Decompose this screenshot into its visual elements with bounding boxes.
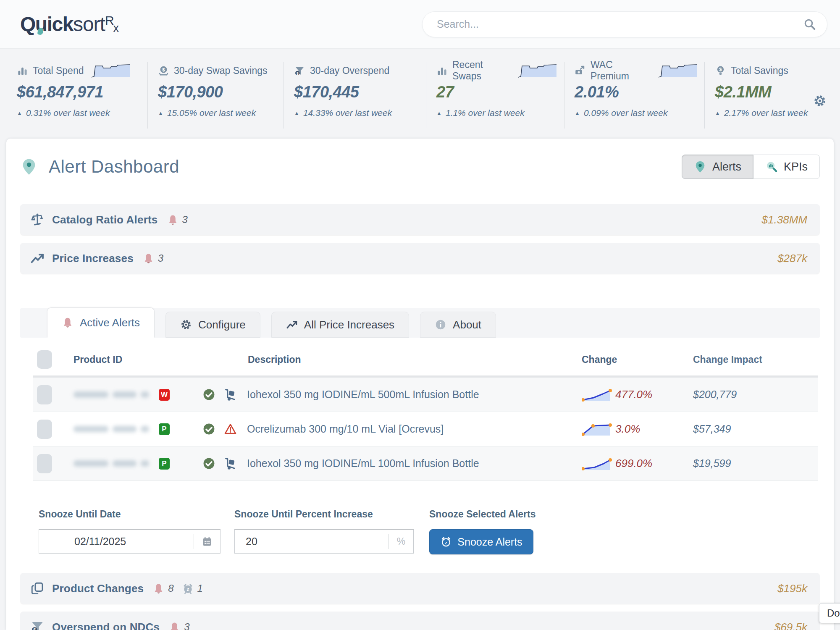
alert-group-amount: $287k [777,252,807,265]
settings-gear-icon[interactable] [813,94,827,108]
table-body: W Iohexol 350 mg IODINE/mL 500mL Infusio… [33,378,818,481]
search-bar[interactable] [422,11,827,37]
snooze-controls: Snooze Until Date 02/11/2025 Snooze Unti… [39,509,820,554]
quicksortrx-logo: QuicksortRx [20,13,119,36]
logo-rx-x: x [113,22,119,35]
check-circle-icon [202,388,215,401]
row-checkbox[interactable] [37,385,52,404]
kpi-value: 27 [436,83,557,101]
svg-text:$: $ [33,627,36,630]
table-row[interactable]: W Iohexol 350 mg IODINE/mL 500mL Infusio… [33,378,818,412]
bell-icon [153,583,164,594]
col-header-product-id: Product ID [74,354,202,365]
search-input[interactable] [437,18,803,30]
svg-text:z: z [445,540,447,545]
kpi-delta: ▲0.09% over last week [575,108,698,118]
col-header-description: Description [202,354,582,365]
snoozed-count: 1 [197,583,203,594]
map-pin-icon [694,160,706,173]
snooze-date-label: Snooze Until Date [39,509,220,520]
table-row[interactable]: P Iohexol 350 mg IODINE/mL 100mL Infusio… [33,446,818,481]
redacted-product-id [74,426,149,432]
trend-up-arrow-icon: ▲ [715,110,720,116]
snooze-button-section-label: Snooze Selected Alerts [429,509,536,520]
kpi-delta: ▲1.1% over last week [436,108,557,118]
kpi-label: 30-day Swap Savings [174,65,267,76]
toggle-alerts[interactable]: Alerts [682,155,753,179]
kpi-search-icon [765,160,778,173]
alert-group-title: Catalog Ratio Alerts [52,213,158,226]
view-toggle: Alerts KPIs [682,155,820,179]
trend-up-arrow-icon: ▲ [158,110,163,116]
percent-suffix: % [389,536,413,547]
warning-triangle-icon [224,423,237,436]
svg-text:$: $ [162,67,165,72]
snooze-alerts-button[interactable]: z Snooze Alerts [429,529,533,554]
alert-group-amount: $195k [777,582,807,595]
kpi-delta: ▲14.33% over last week [294,108,419,118]
trend-up-arrow-icon: ▲ [436,110,442,116]
kpi-card: $ Total Savings $2.1MM ▲2.17% over last … [715,62,828,129]
kpi-card: Recent Swaps 27 ▲1.1% over last week [436,62,564,129]
alert-group-row[interactable]: Price Increases 3 $287k [20,243,820,274]
col-header-change-impact: Change Impact [693,354,818,365]
product-description: Ocrelizumab 300 mg/10 mL Vial [Ocrevus] [247,423,444,435]
alert-group-row[interactable]: Product Changes 8 z 1 $195k [20,573,820,604]
svg-text:z: z [186,586,189,592]
search-icon[interactable] [803,18,816,31]
alert-groups-bottom: Product Changes 8 z 1 $195k $ Overspend … [20,573,820,630]
tab-configure[interactable]: Configure [165,312,260,338]
kpi-label: WAC Premium [591,59,651,82]
bar-chart-icon [436,65,448,76]
bell-icon [62,317,74,328]
alert-group-title: Overspend on NDCs [52,621,160,630]
row-checkbox[interactable] [37,454,52,473]
kpi-value: $61,847,971 [17,83,141,101]
tab-label: All Price Increases [304,318,394,331]
select-all-checkbox[interactable] [37,350,52,369]
kpi-value: 2.01% [575,83,698,101]
check-circle-icon [202,423,215,436]
trend-up-arrow-icon: ▲ [294,110,299,116]
change-percent: 3.0% [615,423,640,436]
alert-group-row[interactable]: Catalog Ratio Alerts 3 $1.38MM [20,204,820,235]
dollar-coin-icon: $ [158,65,169,76]
tab-all-price-increases[interactable]: All Price Increases [271,312,409,338]
kpi-value: $170,900 [158,83,277,101]
table-row[interactable]: P Ocrelizumab 300 mg/10 mL Vial [Ocrevus… [33,412,818,446]
alert-count: 3 [182,214,188,226]
kpi-value: $170,445 [294,83,419,101]
logo-sort: sort [73,13,105,36]
check-circle-icon [202,457,215,470]
toggle-kpis[interactable]: KPIs [753,155,820,179]
tab-about[interactable]: About [420,312,496,338]
trend-up-icon [30,251,45,265]
snooze-percent-value[interactable]: 20 [235,536,388,548]
snooze-percent-input[interactable]: 20 % [234,529,414,554]
alert-group-row[interactable]: $ Overspend on NDCs 3 $69.5k [20,612,820,630]
alert-group-title: Product Changes [52,582,144,595]
col-header-change: Change [582,354,693,365]
funnel-dollar-icon: $ [294,65,305,76]
badge-P: P [159,423,170,435]
change-impact: $19,599 [693,457,818,470]
tab-label: About [453,318,481,331]
tab-label: Active Alerts [80,316,140,329]
bar-chart-icon [17,65,28,76]
kpi-strip: Total Spend $61,847,971 ▲0.31% over last… [0,49,840,129]
bell-icon [143,253,154,264]
snooze-date-input[interactable]: 02/11/2025 [39,529,220,554]
change-sparkline [582,422,612,437]
tab-active-alerts[interactable]: Active Alerts [47,307,155,338]
kpi-value: $2.1MM [715,83,821,101]
tab-strip: Active Alerts Configure All Price Increa… [20,308,820,338]
change-percent: 699.0% [615,457,652,470]
download-button[interactable]: Download [819,603,840,623]
snooze-date-value[interactable]: 02/11/2025 [39,536,194,548]
calendar-icon[interactable] [194,536,220,547]
toggle-label: Alerts [712,160,741,173]
tab-label: Configure [198,318,246,331]
kpi-card: $ 30-day Overspend $170,445 ▲14.33% over… [294,62,426,129]
row-checkbox[interactable] [37,420,52,439]
change-sparkline [582,387,612,402]
